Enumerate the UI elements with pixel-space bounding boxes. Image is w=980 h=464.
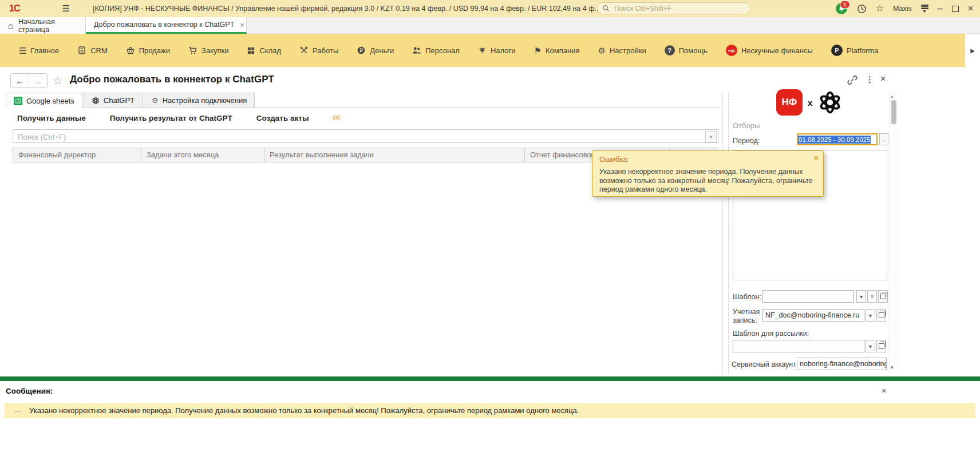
tab-home-page[interactable]: ⌂ Начальная страница <box>0 17 86 34</box>
open-form-icon <box>880 294 886 299</box>
ribbon-expand-button[interactable]: ▶ <box>965 34 980 67</box>
global-search-input[interactable] <box>613 4 741 13</box>
restore-button[interactable] <box>952 6 959 12</box>
user-name[interactable]: Maxis <box>893 5 912 13</box>
column-financial-director[interactable]: Финансовый директор <box>13 148 141 162</box>
tab-google-sheets[interactable]: Google sheets <box>6 93 82 108</box>
list-search-field[interactable]: × <box>13 129 718 143</box>
mailing-template-open-button[interactable] <box>876 340 886 352</box>
tab-close-icon[interactable]: × <box>240 21 244 29</box>
tab-chatgpt[interactable]: ChatGPT <box>84 93 143 108</box>
people-icon <box>412 46 421 55</box>
ribbon-label: Главное <box>30 46 59 55</box>
address-book-icon <box>77 46 86 55</box>
period-more-button[interactable]: ... <box>879 133 888 145</box>
tab-label: Google sheets <box>26 97 74 105</box>
tab-chatgpt-connector[interactable]: Добро пожаловать в коннектор к ChatGPT × <box>86 17 247 34</box>
account-dropdown-icon[interactable]: ▾ <box>866 309 875 322</box>
ribbon-item-works[interactable]: Работы <box>299 46 338 55</box>
ribbon-item-taxes[interactable]: Налоги <box>478 46 516 55</box>
service-menu-icon[interactable] <box>921 5 928 13</box>
forward-button[interactable]: → <box>29 74 47 88</box>
brand-x-label: x <box>808 98 812 108</box>
nf-badge-icon: нф <box>726 45 737 56</box>
favorites-star-icon[interactable]: ☆ <box>876 4 884 13</box>
get-chatgpt-result-button[interactable]: Получить результат от ChatGPT <box>110 114 232 122</box>
ribbon-item-platforma[interactable]: P Platforma <box>831 45 879 56</box>
main-menu-icon[interactable]: ☰ <box>62 3 69 14</box>
ribbon-label: Продажи <box>139 46 170 55</box>
scroll-down-icon[interactable]: ▾ <box>891 364 894 370</box>
favorite-star-icon[interactable]: ☆ <box>53 74 63 88</box>
panel-splitter[interactable] <box>722 93 723 374</box>
message-row[interactable]: — Указано некорректное значение периода.… <box>5 403 975 418</box>
notifications-button[interactable]: 1 <box>836 3 848 15</box>
account-field[interactable]: NF_doc@noboring-finance.ru <box>762 309 864 322</box>
1c-logo: 1С <box>9 3 19 14</box>
error-title: Ошибка: <box>599 155 816 164</box>
tab-connection-settings[interactable]: ⚙ Настройка подключения <box>144 93 255 108</box>
basket-icon <box>126 46 135 55</box>
template-field[interactable] <box>762 290 854 303</box>
ribbon-label: Настройки <box>610 46 646 55</box>
ribbon-label: Platforma <box>847 46 879 55</box>
ribbon-item-noboring-finance[interactable]: нф Нескучные финансы <box>726 45 813 56</box>
form-tabs: Google sheets ChatGPT ⚙ Настройка подклю… <box>6 93 721 108</box>
cart-icon <box>188 46 197 55</box>
mailing-template-dropdown-icon[interactable]: ▾ <box>866 340 875 352</box>
search-icon <box>602 5 610 12</box>
template-dropdown-icon[interactable]: ▾ <box>856 290 866 303</box>
question-icon: ? <box>665 45 675 55</box>
ribbon-label: Деньги <box>370 46 394 55</box>
vertical-scrollbar[interactable]: ▴ ▾ <box>889 92 898 374</box>
ribbon-item-settings[interactable]: ⚙ Настройки <box>598 46 646 55</box>
search-clear-icon[interactable]: × <box>705 131 717 142</box>
ribbon-item-crm[interactable]: CRM <box>77 46 108 55</box>
list-search-input[interactable] <box>17 130 694 143</box>
template-clear-icon[interactable]: × <box>867 290 877 303</box>
ribbon-label: Закупки <box>201 46 228 55</box>
ribbon-item-money[interactable]: Деньги <box>357 46 394 55</box>
back-button[interactable]: ← <box>11 74 29 88</box>
ribbon-item-help[interactable]: ? Помощь <box>665 45 708 55</box>
template-open-button[interactable] <box>878 290 888 303</box>
tab-label: Начальная страница <box>18 18 85 34</box>
form-close-button[interactable]: × <box>880 74 886 84</box>
navigation-buttons: ← → <box>10 73 48 88</box>
global-search[interactable] <box>597 2 750 14</box>
ribbon-item-purchases[interactable]: Закупки <box>188 46 228 55</box>
scrollbar-thumb[interactable] <box>891 100 896 124</box>
envelope-icon[interactable]: ✉ <box>333 113 340 123</box>
get-link-icon[interactable] <box>847 75 858 85</box>
ribbon-item-staff[interactable]: Персонал <box>412 46 460 55</box>
ribbon-label: Налоги <box>491 46 516 55</box>
menu-lines-icon: ☰ <box>19 46 26 55</box>
mailing-template-field[interactable] <box>733 340 864 352</box>
google-sheets-icon <box>14 97 22 105</box>
ribbon-label: Компания <box>546 46 580 55</box>
window-close-button[interactable]: × <box>968 4 973 13</box>
history-icon[interactable] <box>857 4 867 14</box>
minimize-button[interactable]: – <box>938 4 943 13</box>
ribbon-item-main[interactable]: ☰ Главное <box>19 46 59 55</box>
template-label: Шаблон: <box>733 293 761 301</box>
more-menu-icon[interactable] <box>869 76 871 84</box>
ribbon-item-company[interactable]: ⚑ Компания <box>534 46 580 55</box>
ribbon-item-warehouse[interactable]: Склад <box>247 46 281 55</box>
ribbon-item-sales[interactable]: Продажи <box>126 46 170 55</box>
create-acts-button[interactable]: Создать акты <box>256 114 309 122</box>
messages-divider-bar[interactable] <box>0 376 980 381</box>
column-month-tasks[interactable]: Задачи этого месяца <box>141 148 264 162</box>
period-field[interactable]: 01.08.2025 - 30.09.2025 <box>797 133 878 145</box>
column-task-result[interactable]: Результат выполнения задачи <box>264 148 525 162</box>
command-bar: Получить данные Получить результат от Ch… <box>17 113 340 123</box>
openai-logo-icon <box>92 97 100 105</box>
section-ribbon: ☰ Главное CRM Продажи Закупки Склад Рабо… <box>0 34 980 67</box>
window-tabstrip: ⌂ Начальная страница Добро пожаловать в … <box>0 17 980 34</box>
service-account-field[interactable]: noboring-finance@noboring-fi <box>797 358 887 370</box>
messages-close-icon[interactable]: × <box>882 386 887 395</box>
account-open-button[interactable] <box>876 309 886 322</box>
error-close-icon[interactable]: × <box>814 153 819 162</box>
scroll-up-icon[interactable]: ▴ <box>891 93 894 99</box>
get-data-button[interactable]: Получить данные <box>17 114 86 122</box>
